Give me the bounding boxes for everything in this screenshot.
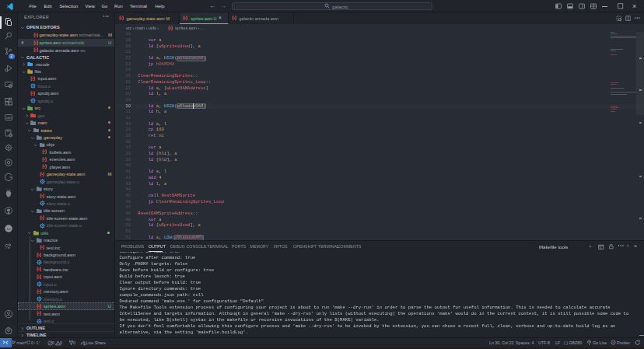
svg-text:JAR: JAR	[5, 115, 12, 119]
svg-text:Jun: Jun	[6, 227, 11, 230]
